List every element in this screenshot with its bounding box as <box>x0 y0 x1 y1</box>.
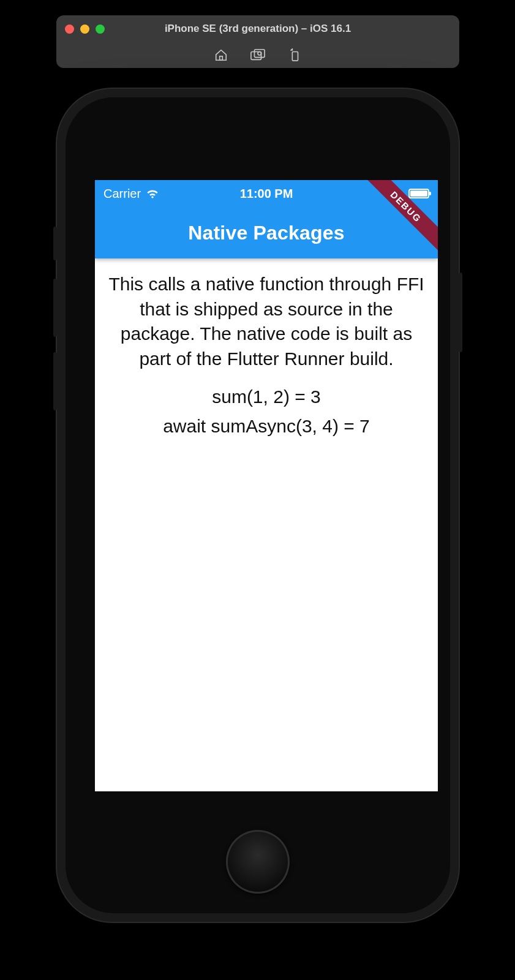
side-power-button[interactable] <box>459 273 462 352</box>
svg-rect-1 <box>251 51 261 59</box>
app-bar: Carrier 11:00 PM Native Pa <box>95 180 438 258</box>
window-zoom-button[interactable] <box>96 24 105 34</box>
simulator-action-row <box>56 42 459 68</box>
svg-rect-4 <box>292 52 298 61</box>
volume-up-button[interactable] <box>53 279 57 337</box>
status-bar: Carrier 11:00 PM <box>95 180 438 207</box>
screenshot-icon[interactable] <box>250 48 265 62</box>
carrier-label: Carrier <box>103 187 141 201</box>
volume-down-button[interactable] <box>53 352 57 410</box>
mute-switch[interactable] <box>53 227 57 260</box>
svg-rect-0 <box>220 56 223 60</box>
rotate-icon[interactable] <box>287 48 302 62</box>
home-icon[interactable] <box>214 48 228 62</box>
battery-fill <box>410 190 427 197</box>
svg-point-3 <box>258 51 261 55</box>
simulator-titlebar[interactable]: iPhone SE (3rd generation) – iOS 16.1 <box>56 15 459 42</box>
page-title: Native Packages <box>95 207 438 258</box>
window-minimize-button[interactable] <box>80 24 89 34</box>
home-button[interactable] <box>226 830 290 894</box>
description-text: This calls a native function through FFI… <box>106 272 427 371</box>
device-screen: Carrier 11:00 PM Native Pa <box>95 180 438 791</box>
sum-async-result: await sumAsync(3, 4) = 7 <box>106 412 427 441</box>
battery-icon <box>408 189 429 198</box>
wifi-icon <box>146 189 159 198</box>
simulator-toolbar: iPhone SE (3rd generation) – iOS 16.1 <box>56 15 459 68</box>
status-left: Carrier <box>103 187 159 201</box>
app-body: This calls a native function through FFI… <box>95 258 438 454</box>
sum-result: sum(1, 2) = 3 <box>106 382 427 412</box>
iphone-device-frame: Carrier 11:00 PM Native Pa <box>57 89 459 922</box>
status-right <box>408 189 429 198</box>
device-bezel: Carrier 11:00 PM Native Pa <box>66 97 450 913</box>
svg-rect-2 <box>254 50 265 58</box>
window-close-button[interactable] <box>65 24 74 34</box>
window-traffic-lights <box>65 24 105 34</box>
simulator-window-title: iPhone SE (3rd generation) – iOS 16.1 <box>56 23 459 35</box>
